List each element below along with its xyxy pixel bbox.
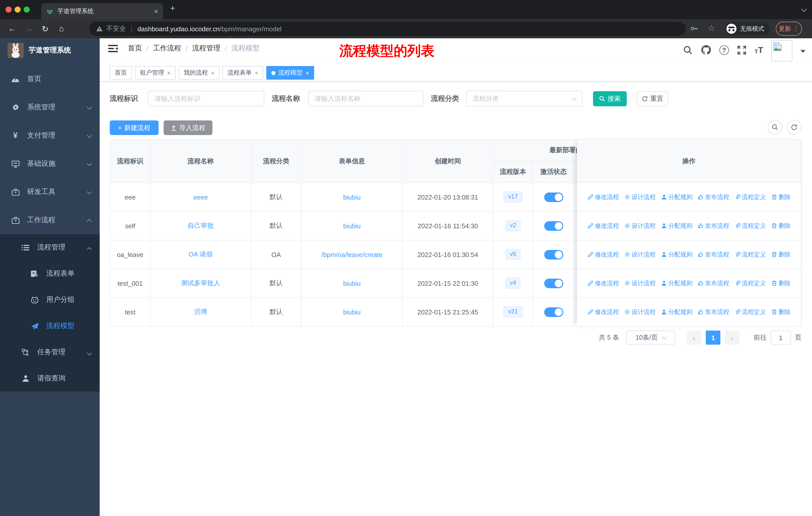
process-definition-link[interactable]: 流程定义 [734,193,766,201]
sidebar-item-task-management[interactable]: 任务管理 [0,339,100,365]
form-info-link[interactable]: biubiu [343,193,360,201]
sidebar-item-infra[interactable]: 基础设施 [0,150,100,178]
version-tag[interactable]: v21 [504,306,523,317]
modify-process-link[interactable]: 修改流程 [587,308,619,316]
modify-process-link[interactable]: 修改流程 [587,221,619,230]
page-size-select[interactable]: 10条/页 [626,331,675,345]
form-info-link[interactable]: biubiu [343,279,360,287]
sidebar-item-process-model[interactable]: 流程模型 [0,313,100,339]
tag-close-icon[interactable]: × [255,69,258,76]
sidebar-logo[interactable]: 芋道管理系统 [0,38,100,62]
tag-process-form[interactable]: 流程表单 × [223,66,263,80]
publish-process-link[interactable]: 发布流程 [697,193,729,201]
assign-rule-link[interactable]: 分配规则 [661,308,692,316]
new-tab-button[interactable]: + [170,3,175,13]
design-process-link[interactable]: 设计流程 [624,250,656,259]
delete-link[interactable]: 删除 [771,250,791,259]
breadcrumb-home[interactable]: 首页 [128,44,142,53]
tag-close-icon[interactable]: × [211,69,214,76]
design-process-link[interactable]: 设计流程 [624,308,656,316]
sidebar-collapse-icon[interactable] [108,44,118,53]
model-name-link[interactable]: OA 请假 [188,250,212,259]
model-name-link[interactable]: 自己审批 [187,221,214,230]
design-process-link[interactable]: 设计流程 [624,221,656,230]
zoom-window-button[interactable] [24,6,30,12]
modify-process-link[interactable]: 修改流程 [587,250,619,259]
delete-link[interactable]: 删除 [771,221,791,230]
category-select[interactable]: 流程分类 [466,91,582,106]
search-button[interactable]: 搜索 [593,91,627,106]
search-icon[interactable] [683,45,693,55]
sidebar-item-dev[interactable]: 研发工具 [0,178,100,206]
model-name-link[interactable]: 测试多审批人 [181,279,220,288]
user-avatar[interactable] [771,40,792,61]
modify-process-link[interactable]: 修改流程 [587,279,619,288]
tag-tenant[interactable]: 租户管理 × [135,66,176,80]
tag-home[interactable]: 首页 [110,66,132,80]
design-process-link[interactable]: 设计流程 [624,279,656,288]
create-process-button[interactable]: + 新建流程 [110,120,158,135]
bookmark-star-icon[interactable]: ☆ [708,23,715,33]
publish-process-link[interactable]: 发布流程 [697,221,729,230]
assign-rule-link[interactable]: 分配规则 [661,221,692,230]
address-bar[interactable]: 不安全 dashboard.yudao.iocoder.cn/bpm/manag… [89,22,686,36]
process-name-input[interactable] [308,91,424,106]
process-definition-link[interactable]: 流程定义 [734,308,766,316]
breadcrumb-process-management[interactable]: 流程管理 [192,44,221,53]
sidebar-item-process-form[interactable]: 流程表单 [0,261,100,287]
sidebar-item-system[interactable]: 系统管理 [0,93,100,121]
assign-rule-link[interactable]: 分配规则 [661,193,692,201]
browser-tab[interactable]: 芋道管理系统 × [41,3,163,19]
home-button[interactable]: ⌂ [59,19,64,38]
form-info-link[interactable]: /bpm/oa/leave/create [321,251,383,258]
tag-my-process[interactable]: 我的流程 × [179,66,220,80]
tag-process-model[interactable]: 流程模型 × [266,66,314,80]
process-definition-link[interactable]: 流程定义 [734,250,766,259]
page-1-button[interactable]: 1 [706,331,720,345]
active-toggle[interactable] [544,250,563,259]
process-definition-link[interactable]: 流程定义 [734,279,766,288]
form-info-link[interactable]: biubiu [343,308,360,316]
model-name-link[interactable]: eeee [193,193,208,201]
tab-close-icon[interactable]: × [154,7,158,15]
form-info-link[interactable]: biubiu [343,222,360,229]
reload-button[interactable]: ↻ [42,19,49,38]
delete-link[interactable]: 删除 [771,193,791,201]
browser-update-menu-button[interactable]: 更新 ⋮ [776,22,802,36]
active-toggle[interactable] [544,221,563,230]
version-tag[interactable]: v2 [505,220,521,231]
publish-process-link[interactable]: 发布流程 [697,308,729,316]
version-tag[interactable]: v4 [505,278,521,289]
design-process-link[interactable]: 设计流程 [624,193,656,201]
refresh-table-button[interactable] [787,120,802,135]
process-id-input[interactable] [148,91,264,106]
fullscreen-icon[interactable] [737,45,747,55]
active-toggle[interactable] [544,192,563,202]
sidebar-item-process-management[interactable]: 流程管理 [0,234,100,261]
goto-page-input[interactable]: 1 [771,331,791,345]
assign-rule-link[interactable]: 分配规则 [661,279,692,288]
avatar-caret-icon[interactable] [801,50,806,53]
sidebar-item-pay[interactable]: ¥ 支付管理 [0,121,100,150]
sidebar-item-home[interactable]: 首页 [0,65,100,93]
reset-button[interactable]: 重置 [637,91,668,106]
back-button[interactable]: ← [8,19,16,38]
sidebar-item-leave-query[interactable]: 请假查询 [0,365,100,391]
tab-search-chevron-icon[interactable] [801,6,807,12]
version-tag[interactable]: v5 [505,249,521,260]
import-process-button[interactable]: 导入流程 [164,120,212,135]
minimize-window-button[interactable] [14,6,21,12]
sidebar-item-user-group[interactable]: 用户分组 [0,287,100,313]
active-toggle[interactable] [544,278,563,288]
assign-rule-link[interactable]: 分配规则 [661,250,692,259]
publish-process-link[interactable]: 发布流程 [697,250,729,259]
close-window-button[interactable] [5,6,11,12]
sidebar-item-workflow[interactable]: 工作流程 [0,206,100,234]
password-key-icon[interactable] [690,24,698,33]
tag-close-icon[interactable]: × [306,69,309,76]
breadcrumb-workflow[interactable]: 工作流程 [153,44,181,53]
version-tag[interactable]: v17 [504,191,523,202]
toggle-search-button[interactable] [768,120,782,135]
delete-link[interactable]: 删除 [771,308,791,316]
modify-process-link[interactable]: 修改流程 [587,193,619,201]
